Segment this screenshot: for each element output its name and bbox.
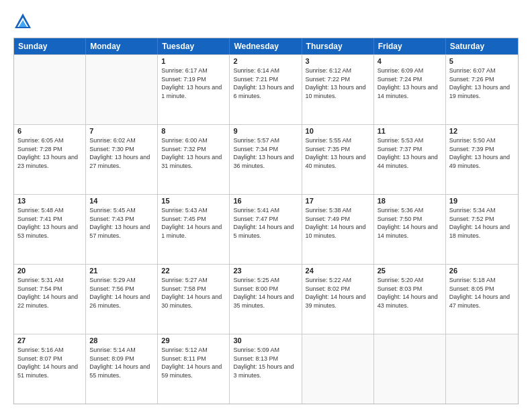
day-info: Sunrise: 5:20 AM Sunset: 8:03 PM Dayligh… [378, 276, 442, 310]
day-number: 25 [378, 267, 442, 275]
day-info: Sunrise: 5:14 AM Sunset: 8:09 PM Dayligh… [89, 346, 154, 379]
day-info: Sunrise: 6:12 AM Sunset: 7:22 PM Dayligh… [306, 66, 370, 100]
day-number: 7 [89, 127, 154, 135]
day-number: 29 [161, 336, 226, 345]
calendar-cell: 18Sunrise: 5:36 AM Sunset: 7:50 PM Dayli… [374, 195, 446, 264]
calendar-cell: 7Sunrise: 6:02 AM Sunset: 7:30 PM Daylig… [86, 125, 158, 194]
calendar-cell: 26Sunrise: 5:18 AM Sunset: 8:05 PM Dayli… [446, 265, 518, 334]
calendar-row-1: 6Sunrise: 6:05 AM Sunset: 7:28 PM Daylig… [14, 124, 518, 194]
day-info: Sunrise: 5:09 AM Sunset: 8:13 PM Dayligh… [233, 346, 298, 379]
day-info: Sunrise: 6:07 AM Sunset: 7:26 PM Dayligh… [449, 66, 515, 100]
day-info: Sunrise: 5:43 AM Sunset: 7:45 PM Dayligh… [161, 206, 226, 240]
day-number: 11 [378, 127, 442, 135]
day-number: 13 [17, 197, 82, 205]
day-info: Sunrise: 5:18 AM Sunset: 8:05 PM Dayligh… [449, 276, 515, 310]
calendar-cell: 21Sunrise: 5:29 AM Sunset: 7:56 PM Dayli… [86, 265, 158, 334]
day-number: 2 [233, 57, 298, 65]
day-number: 21 [89, 267, 154, 275]
day-number: 26 [449, 267, 515, 275]
calendar-cell [14, 55, 86, 124]
calendar-row-2: 13Sunrise: 5:48 AM Sunset: 7:41 PM Dayli… [14, 194, 518, 264]
weekday-header-tuesday: Tuesday [158, 38, 230, 54]
day-number: 19 [449, 197, 515, 205]
day-info: Sunrise: 6:09 AM Sunset: 7:24 PM Dayligh… [378, 66, 442, 100]
calendar-row-0: 1Sunrise: 6:17 AM Sunset: 7:19 PM Daylig… [14, 54, 518, 124]
day-number: 8 [161, 127, 226, 135]
day-info: Sunrise: 5:57 AM Sunset: 7:34 PM Dayligh… [233, 136, 298, 170]
day-number: 10 [306, 127, 370, 135]
calendar-cell: 22Sunrise: 5:27 AM Sunset: 7:58 PM Dayli… [158, 265, 230, 334]
day-number: 3 [306, 57, 370, 65]
day-number: 24 [306, 267, 370, 275]
day-number: 9 [233, 127, 298, 135]
weekday-header-friday: Friday [374, 38, 446, 54]
day-number: 27 [17, 336, 82, 345]
day-info: Sunrise: 6:02 AM Sunset: 7:30 PM Dayligh… [89, 136, 154, 170]
calendar-body: 1Sunrise: 6:17 AM Sunset: 7:19 PM Daylig… [14, 54, 518, 404]
day-info: Sunrise: 5:50 AM Sunset: 7:39 PM Dayligh… [449, 136, 515, 170]
day-number: 12 [449, 127, 515, 135]
day-number: 15 [161, 197, 226, 205]
calendar-cell: 29Sunrise: 5:12 AM Sunset: 8:11 PM Dayli… [158, 334, 230, 404]
day-number: 1 [161, 57, 226, 65]
calendar-cell: 2Sunrise: 6:14 AM Sunset: 7:21 PM Daylig… [230, 55, 302, 124]
day-info: Sunrise: 5:36 AM Sunset: 7:50 PM Dayligh… [378, 206, 442, 240]
weekday-header-monday: Monday [86, 38, 158, 54]
day-info: Sunrise: 5:16 AM Sunset: 8:07 PM Dayligh… [17, 346, 82, 379]
calendar-cell [374, 334, 446, 404]
day-info: Sunrise: 5:53 AM Sunset: 7:37 PM Dayligh… [378, 136, 442, 170]
calendar-cell: 1Sunrise: 6:17 AM Sunset: 7:19 PM Daylig… [158, 55, 230, 124]
day-number: 17 [306, 197, 370, 205]
day-number: 22 [161, 267, 226, 275]
calendar-cell: 16Sunrise: 5:41 AM Sunset: 7:47 PM Dayli… [230, 195, 302, 264]
calendar-cell: 23Sunrise: 5:25 AM Sunset: 8:00 PM Dayli… [230, 265, 302, 334]
calendar-cell: 3Sunrise: 6:12 AM Sunset: 7:22 PM Daylig… [302, 55, 374, 124]
calendar-cell: 10Sunrise: 5:55 AM Sunset: 7:35 PM Dayli… [302, 125, 374, 194]
day-number: 4 [378, 57, 442, 65]
weekday-header-wednesday: Wednesday [230, 38, 302, 54]
calendar-cell: 13Sunrise: 5:48 AM Sunset: 7:41 PM Dayli… [14, 195, 86, 264]
calendar-header-row: SundayMondayTuesdayWednesdayThursdayFrid… [14, 38, 518, 54]
calendar-cell: 5Sunrise: 6:07 AM Sunset: 7:26 PM Daylig… [446, 55, 518, 124]
day-number: 23 [233, 267, 298, 275]
calendar-cell: 11Sunrise: 5:53 AM Sunset: 7:37 PM Dayli… [374, 125, 446, 194]
day-info: Sunrise: 6:14 AM Sunset: 7:21 PM Dayligh… [233, 66, 298, 100]
day-info: Sunrise: 5:25 AM Sunset: 8:00 PM Dayligh… [233, 276, 298, 310]
calendar-cell: 17Sunrise: 5:38 AM Sunset: 7:49 PM Dayli… [302, 195, 374, 264]
calendar-row-3: 20Sunrise: 5:31 AM Sunset: 7:54 PM Dayli… [14, 264, 518, 334]
day-info: Sunrise: 5:45 AM Sunset: 7:43 PM Dayligh… [89, 206, 154, 240]
calendar-cell: 14Sunrise: 5:45 AM Sunset: 7:43 PM Dayli… [86, 195, 158, 264]
calendar-cell [302, 334, 374, 404]
calendar-cell: 8Sunrise: 6:00 AM Sunset: 7:32 PM Daylig… [158, 125, 230, 194]
page: SundayMondayTuesdayWednesdayThursdayFrid… [0, 0, 532, 411]
calendar-cell: 19Sunrise: 5:34 AM Sunset: 7:52 PM Dayli… [446, 195, 518, 264]
calendar-cell: 25Sunrise: 5:20 AM Sunset: 8:03 PM Dayli… [374, 265, 446, 334]
day-info: Sunrise: 6:00 AM Sunset: 7:32 PM Dayligh… [161, 136, 226, 170]
header [13, 12, 519, 31]
day-info: Sunrise: 5:29 AM Sunset: 7:56 PM Dayligh… [89, 276, 154, 310]
day-number: 28 [89, 336, 154, 345]
calendar-cell: 30Sunrise: 5:09 AM Sunset: 8:13 PM Dayli… [230, 334, 302, 404]
day-info: Sunrise: 5:41 AM Sunset: 7:47 PM Dayligh… [233, 206, 298, 240]
calendar-cell: 28Sunrise: 5:14 AM Sunset: 8:09 PM Dayli… [86, 334, 158, 404]
day-info: Sunrise: 6:17 AM Sunset: 7:19 PM Dayligh… [161, 66, 226, 100]
day-number: 18 [378, 197, 442, 205]
day-info: Sunrise: 5:48 AM Sunset: 7:41 PM Dayligh… [17, 206, 82, 240]
calendar-cell [446, 334, 518, 404]
day-info: Sunrise: 5:31 AM Sunset: 7:54 PM Dayligh… [17, 276, 82, 310]
day-info: Sunrise: 5:34 AM Sunset: 7:52 PM Dayligh… [449, 206, 515, 240]
day-info: Sunrise: 6:05 AM Sunset: 7:28 PM Dayligh… [17, 136, 82, 170]
day-number: 14 [89, 197, 154, 205]
day-info: Sunrise: 5:55 AM Sunset: 7:35 PM Dayligh… [306, 136, 370, 170]
calendar-cell: 12Sunrise: 5:50 AM Sunset: 7:39 PM Dayli… [446, 125, 518, 194]
day-number: 16 [233, 197, 298, 205]
day-number: 30 [233, 336, 298, 345]
day-info: Sunrise: 5:27 AM Sunset: 7:58 PM Dayligh… [161, 276, 226, 310]
calendar-row-4: 27Sunrise: 5:16 AM Sunset: 8:07 PM Dayli… [14, 334, 518, 404]
calendar-cell: 20Sunrise: 5:31 AM Sunset: 7:54 PM Dayli… [14, 265, 86, 334]
day-info: Sunrise: 5:12 AM Sunset: 8:11 PM Dayligh… [161, 346, 226, 379]
calendar-cell [86, 55, 158, 124]
calendar-cell: 24Sunrise: 5:22 AM Sunset: 8:02 PM Dayli… [302, 265, 374, 334]
weekday-header-thursday: Thursday [302, 38, 374, 54]
calendar-cell: 6Sunrise: 6:05 AM Sunset: 7:28 PM Daylig… [14, 125, 86, 194]
